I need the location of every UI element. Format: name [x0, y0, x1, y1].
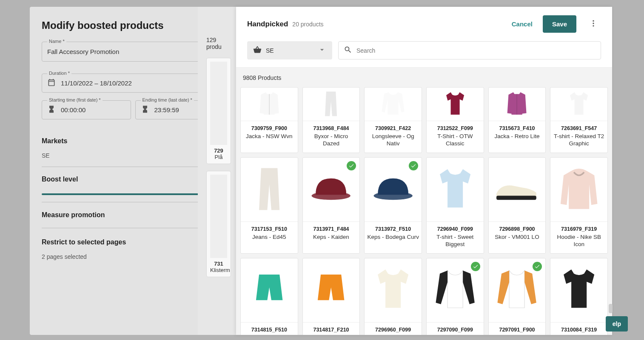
product-name: Longsleeve -	[429, 334, 481, 335]
product-count: 129 produ	[206, 37, 231, 50]
save-button[interactable]: Save	[543, 15, 576, 33]
product-card[interactable]: 7309759_F900 Jacka - NSW Wvn	[240, 87, 298, 153]
product-name: Jacka - Retro Lite	[491, 133, 543, 140]
boost-slider[interactable]	[42, 193, 224, 195]
basket-icon	[253, 45, 262, 55]
restrict-value: 2 pages selected	[42, 253, 224, 265]
product-name: Hoodie - Nike SB Icon	[553, 234, 605, 248]
product-name: T-shirt - Sweet Biggest	[429, 234, 481, 248]
product-id: 7297091_F900	[491, 327, 543, 333]
product-image	[427, 158, 484, 221]
product-name: Longsleeve - Og Nativ	[367, 133, 419, 147]
product-name: Skor - VM001 LO	[491, 234, 543, 241]
start-time-field[interactable]: Starting time (first date) * 00:00:00	[42, 100, 131, 119]
product-id: 7309921_F422	[367, 125, 419, 131]
product-card[interactable]: 7263691_F547 T-shirt - Relaxed T2 Graphi…	[550, 87, 608, 153]
end-time-label: Ending time (last date) *	[141, 97, 194, 102]
results-count: 9808 Products	[240, 74, 608, 87]
product-card[interactable]: 7309921_F422 Longsleeve - Og Nativ	[364, 87, 422, 153]
start-time-label: Starting time (first date) *	[47, 97, 103, 102]
product-image	[365, 258, 422, 322]
product-card[interactable]: 7312522_F099 T-Shirt - OTW Classic	[426, 87, 484, 153]
product-id: 7263691_F547	[553, 125, 605, 131]
name-input[interactable]	[42, 42, 224, 61]
selected-check-icon	[471, 262, 480, 271]
handpicked-sub: 20 products	[292, 21, 501, 28]
start-time-value: 00:00:00	[61, 106, 85, 113]
product-id: 7296940_F099	[429, 226, 481, 232]
product-card[interactable]: 7297091_F900 Longsleeve -	[488, 258, 546, 335]
product-id: 7315673_F410	[491, 125, 543, 131]
restrict-label: Restrict to selected pages	[42, 238, 126, 246]
name-char-count: 24/50	[42, 63, 224, 69]
svg-point-2	[593, 25, 594, 26]
product-id: 7314815_F510	[243, 327, 295, 333]
product-card[interactable]: 7313972_F510 Keps - Bodega Curv	[364, 157, 422, 254]
markets-value: SE	[42, 152, 224, 164]
svg-rect-7	[496, 196, 536, 200]
calendar-icon	[47, 78, 56, 88]
product-card[interactable]: 7314815_F510 Shorts - Daily	[240, 258, 298, 335]
bg-card: 731 Klisterm	[206, 171, 231, 277]
product-card[interactable]: 7310084_F319 T-Shirt -	[550, 258, 608, 335]
product-image	[241, 258, 298, 322]
product-id: 7296898_F900	[491, 226, 543, 232]
search-icon	[344, 45, 352, 55]
selected-check-icon	[409, 161, 418, 170]
selected-check-icon	[533, 262, 542, 271]
product-name: Jacka - NSW Wvn	[243, 133, 295, 140]
product-image	[550, 258, 607, 322]
product-image	[303, 88, 360, 121]
product-image	[489, 88, 546, 121]
product-id: 7317153_F510	[243, 226, 295, 232]
hourglass-icon	[141, 105, 149, 115]
svg-point-5	[312, 192, 350, 200]
markets-label: Markets	[42, 137, 67, 145]
product-name: Shorts - Daily	[305, 334, 357, 335]
cancel-button[interactable]: Cancel	[506, 16, 539, 32]
product-card[interactable]: 7314817_F210 Shorts - Daily	[302, 258, 360, 335]
product-card[interactable]: 7297090_F099 Longsleeve -	[426, 258, 484, 335]
product-card[interactable]: 7317153_F510 Jeans - Ed45	[240, 157, 298, 254]
product-id: 7312522_F099	[429, 125, 481, 131]
product-name: Keps - Bodega Curv	[367, 234, 419, 241]
product-card[interactable]: 7313971_F484 Keps - Kaiden	[302, 157, 360, 254]
product-image	[550, 88, 607, 121]
product-image	[427, 88, 484, 121]
product-card[interactable]: 7296960_F099 T-Shirt - Washed	[364, 258, 422, 335]
product-card[interactable]: 7296940_F099 T-shirt - Sweet Biggest	[426, 157, 484, 254]
help-button[interactable]: elp	[606, 316, 628, 332]
name-label: Name *	[47, 39, 66, 44]
product-image	[303, 258, 360, 322]
market-dropdown[interactable]: SE	[247, 41, 332, 60]
search-box[interactable]	[338, 41, 601, 60]
product-id: 7313968_F484	[305, 125, 357, 131]
product-name: Jeans - Ed45	[243, 234, 295, 241]
product-name: Byxor - Micro Dazed	[305, 133, 357, 147]
product-name: T-Shirt -	[553, 334, 605, 335]
background-products: 129 produ 729 Plå 731 Klisterm	[198, 7, 236, 335]
product-id: 7310084_F319	[553, 327, 605, 333]
search-input[interactable]	[352, 42, 596, 59]
product-id: 7313972_F510	[367, 226, 419, 232]
end-time-value: 23:59:59	[154, 106, 179, 113]
name-field[interactable]: Name *	[42, 42, 224, 62]
product-name: Shorts - Daily	[243, 334, 295, 335]
product-name: Keps - Kaiden	[305, 234, 357, 241]
svg-point-0	[593, 20, 594, 22]
scrollbar[interactable]	[609, 304, 613, 313]
product-id: 7297090_F099	[429, 327, 481, 333]
product-card[interactable]: 7315673_F410 Jacka - Retro Lite	[488, 87, 546, 153]
svg-point-1	[593, 23, 594, 24]
product-id: 7296960_F099	[367, 327, 419, 333]
product-image	[489, 158, 546, 221]
product-name: Longsleeve -	[491, 334, 543, 335]
duration-field[interactable]: Duration * 11/10/2022 – 18/10/2022	[42, 74, 224, 93]
more-menu-button[interactable]	[586, 16, 601, 32]
product-id: 7313971_F484	[305, 226, 357, 232]
product-card[interactable]: 7316979_F319 Hoodie - Nike SB Icon	[550, 157, 608, 254]
product-card[interactable]: 7296898_F900 Skor - VM001 LO	[488, 157, 546, 254]
product-card[interactable]: 7313968_F484 Byxor - Micro Dazed	[302, 87, 360, 153]
product-name: T-Shirt - OTW Classic	[429, 133, 481, 147]
handpicked-panel: Handpicked 20 products Cancel Save SE 98…	[236, 7, 612, 335]
